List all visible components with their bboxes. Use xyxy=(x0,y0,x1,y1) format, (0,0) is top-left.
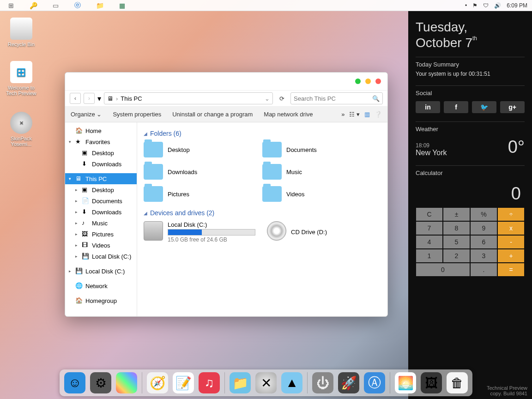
sidebar-pc-downloads[interactable]: ▸⬇Downloads xyxy=(65,206,137,218)
start-button[interactable]: ⊞ xyxy=(0,0,22,11)
recycle-bin[interactable]: Recycle Bin xyxy=(3,18,40,47)
dock-notes[interactable]: 📝 xyxy=(173,372,194,393)
dock-finder[interactable]: ☺ xyxy=(64,372,85,393)
calc-3[interactable]: 3 xyxy=(470,249,497,263)
dock-power[interactable]: ⏻ xyxy=(312,372,333,393)
sidebar: 🏠Home ▾★Favorites ▣Desktop ⬇Downloads ▾🖥… xyxy=(65,122,137,316)
dock-yosemite[interactable]: ✕ xyxy=(255,372,277,393)
flag-icon[interactable]: ⚑ xyxy=(472,2,478,9)
task-view-button[interactable]: ▭ xyxy=(44,0,66,11)
search-box[interactable]: 🔍 xyxy=(290,92,383,104)
calc-plusminus[interactable]: ± xyxy=(443,207,470,221)
search-input[interactable] xyxy=(294,95,372,102)
dock-appstore[interactable]: ▲ xyxy=(281,372,302,393)
welcome-tech-preview[interactable]: ⊞ Welcome to Tech Preview xyxy=(3,61,40,96)
calc-multiply[interactable]: x xyxy=(497,221,525,235)
volume-icon[interactable]: 🔊 xyxy=(494,2,501,9)
clock[interactable]: 6:09 PM xyxy=(507,2,527,9)
explorer-taskbar-icon[interactable]: 📁 xyxy=(89,0,111,11)
dock-gamecenter[interactable] xyxy=(116,372,137,393)
excel-taskbar-icon[interactable]: ▦ xyxy=(111,0,133,11)
calc-5[interactable]: 5 xyxy=(443,235,470,249)
folder-pictures[interactable]: Pictures xyxy=(144,186,262,202)
folders-section-header[interactable]: ◢Folders (6) xyxy=(144,130,381,137)
security-icon[interactable]: 🛡 xyxy=(483,2,489,9)
sidebar-fav-desktop[interactable]: ▣Desktop xyxy=(65,147,137,158)
dock-trash[interactable]: 🗑 xyxy=(447,372,468,393)
ie-icon[interactable]: ⓔ xyxy=(66,0,89,11)
view-options-icon[interactable]: ☷ ▾ xyxy=(349,111,360,118)
calc-6[interactable]: 6 xyxy=(470,235,497,249)
refresh-button[interactable]: ⟳ xyxy=(276,92,288,104)
back-button[interactable]: ‹ xyxy=(70,93,81,104)
sidebar-fav-downloads[interactable]: ⬇Downloads xyxy=(65,158,137,169)
dock-photos[interactable]: 🌅 xyxy=(395,372,416,393)
dock-itunes[interactable]: ♫ xyxy=(199,372,220,393)
calc-decimal[interactable]: . xyxy=(470,263,497,277)
dock-gallery[interactable]: 🖼 xyxy=(421,372,442,393)
folder-downloads[interactable]: Downloads xyxy=(144,164,262,180)
sidebar-favorites[interactable]: ▾★Favorites xyxy=(65,136,137,147)
drives-section-header[interactable]: ◢Devices and drives (2) xyxy=(144,209,381,217)
help-icon[interactable]: ❔ xyxy=(375,111,382,118)
sidebar-pc-videos[interactable]: ▸🎞Videos xyxy=(65,240,137,251)
address-dropdown[interactable]: ⌄ xyxy=(265,95,270,102)
address-bar[interactable]: 🖥 › This PC ⌄ xyxy=(104,92,273,104)
sidebar-localdisk2[interactable]: ▸💾Local Disk (C:) xyxy=(65,266,137,277)
organize-menu[interactable]: Organize ⌄ xyxy=(71,111,102,118)
map-network-drive-button[interactable]: Map network drive xyxy=(264,111,313,118)
sidebar-pc-pictures[interactable]: ▸🖼Pictures xyxy=(65,229,137,240)
twitter-button[interactable]: 🐦 xyxy=(472,101,496,113)
sidebar-this-pc[interactable]: ▾🖥This PC xyxy=(65,173,137,184)
calc-4[interactable]: 4 xyxy=(416,235,443,249)
sidebar-pc-music[interactable]: ▸♪Music xyxy=(65,218,137,229)
desktop-icon-label: SkinPack Yosemi... xyxy=(3,136,40,147)
minimize-button[interactable] xyxy=(355,79,361,84)
dock-settings[interactable]: ⚙ xyxy=(90,372,111,393)
calc-subtract[interactable]: - xyxy=(497,235,525,249)
calc-8[interactable]: 8 xyxy=(443,221,470,235)
search-button[interactable]: 🔑 xyxy=(22,0,44,11)
calc-clear[interactable]: C xyxy=(416,207,443,221)
folder-videos[interactable]: Videos xyxy=(262,186,381,202)
googleplus-button[interactable]: g+ xyxy=(500,101,525,113)
dock-folder[interactable]: 📁 xyxy=(230,372,251,393)
skinpack-yosemite[interactable]: ✕ SkinPack Yosemi... xyxy=(3,112,40,147)
sidebar-pc-localdisk[interactable]: ▸💾Local Disk (C:) xyxy=(65,251,137,262)
preview-pane-icon[interactable]: ▥ xyxy=(364,111,370,118)
calc-2[interactable]: 2 xyxy=(443,249,470,263)
sidebar-network[interactable]: 🌐Network xyxy=(65,280,137,291)
calc-0[interactable]: 0 xyxy=(416,263,470,277)
facebook-button[interactable]: f xyxy=(444,101,468,113)
forward-button[interactable]: › xyxy=(84,93,95,104)
dock-safari[interactable]: 🧭 xyxy=(147,372,168,393)
folder-documents[interactable]: Documents xyxy=(262,142,381,157)
sidebar-pc-desktop[interactable]: ▸▣Desktop xyxy=(65,184,137,195)
calc-9[interactable]: 9 xyxy=(470,221,497,235)
linkedin-button[interactable]: in xyxy=(416,101,440,113)
drive-local-c[interactable]: Local Disk (C:) 15.0 GB free of 24.6 GB xyxy=(144,221,258,243)
address-location: This PC xyxy=(121,95,142,102)
calc-equals[interactable]: = xyxy=(497,263,525,277)
notification-dot-icon[interactable]: • xyxy=(465,2,467,9)
sidebar-pc-documents[interactable]: ▸📄Documents xyxy=(65,195,137,206)
more-toolbar-icon[interactable]: » xyxy=(341,111,345,118)
history-dropdown[interactable]: ▾ xyxy=(97,94,101,103)
calc-7[interactable]: 7 xyxy=(416,221,443,235)
folder-desktop[interactable]: Desktop xyxy=(144,142,262,157)
calc-percent[interactable]: % xyxy=(470,207,497,221)
system-properties-button[interactable]: System properties xyxy=(113,111,161,118)
dock-separator xyxy=(390,372,390,393)
dock-launchpad[interactable]: 🚀 xyxy=(338,372,359,393)
uninstall-program-button[interactable]: Uninstall or change a program xyxy=(172,111,253,118)
calc-1[interactable]: 1 xyxy=(416,249,443,263)
close-button[interactable] xyxy=(375,79,381,84)
sidebar-home[interactable]: 🏠Home xyxy=(65,125,137,136)
folder-music[interactable]: Music xyxy=(262,164,381,180)
calc-add[interactable]: + xyxy=(497,249,525,263)
maximize-button[interactable] xyxy=(365,79,371,84)
dock-appstore-2[interactable]: Ⓐ xyxy=(364,372,385,393)
sidebar-homegroup[interactable]: 🏠Homegroup xyxy=(65,295,137,306)
drive-cd-d[interactable]: CD Drive (D:) xyxy=(267,221,381,243)
calc-divide[interactable]: ÷ xyxy=(497,207,525,221)
